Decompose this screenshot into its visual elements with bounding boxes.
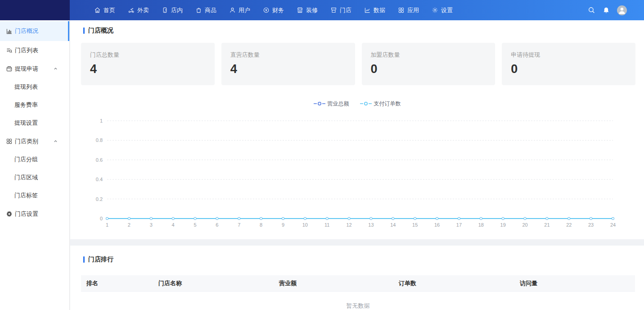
- nav-item-label: 外卖: [137, 6, 149, 14]
- svg-text:4: 4: [172, 222, 175, 228]
- stat-cards: 门店总数量 4 直营店数量 4 加盟店数量 0 申请待提现 0: [70, 43, 644, 85]
- bar-chart-icon: [6, 28, 13, 35]
- stat-card-value: 4: [90, 63, 206, 75]
- nav-item-label: 店内: [171, 6, 183, 14]
- search-icon[interactable]: [588, 6, 595, 14]
- svg-text:15: 15: [412, 222, 418, 228]
- bell-icon[interactable]: [603, 7, 610, 14]
- nav-item-goods[interactable]: 商品: [189, 0, 223, 20]
- stat-card-pending-withdraw: 申请待提现 0: [502, 43, 635, 85]
- sidebar-subitem-label: 服务费率: [14, 101, 38, 109]
- nav-item-label: 首页: [104, 6, 115, 14]
- data-icon: [364, 7, 371, 14]
- list-search-icon: [6, 47, 13, 54]
- stat-card-value: 4: [230, 63, 346, 75]
- chevron-up-icon: [54, 67, 58, 71]
- nav-item-store[interactable]: 门店: [324, 0, 358, 20]
- section-title-bar: [83, 27, 85, 34]
- sidebar-subitem-service-rate[interactable]: 服务费率: [0, 96, 69, 114]
- sidebar-item-label: 门店类别: [15, 137, 38, 146]
- sidebar-item-store-list[interactable]: 门店列表: [0, 41, 69, 59]
- sidebar-item-label: 门店列表: [15, 46, 38, 55]
- legend-marker-icon: [360, 101, 372, 106]
- svg-text:7: 7: [238, 222, 240, 228]
- topbar-right: [588, 5, 644, 15]
- nav-item-decorate[interactable]: 装修: [290, 0, 324, 20]
- chart-legend: 营业总额 支付订单数: [70, 100, 644, 107]
- svg-text:13: 13: [368, 222, 374, 228]
- ranking-table: 排名 门店名称 营业额 订单数 访问量 暂无数据: [81, 275, 635, 310]
- nav-item-label: 商品: [205, 6, 216, 14]
- svg-text:5: 5: [194, 222, 196, 228]
- column-header-orders: 订单数: [393, 279, 514, 287]
- nav-item-label: 设置: [441, 6, 453, 14]
- column-header-visits: 访问量: [514, 279, 635, 287]
- nav-item-takeout[interactable]: 外卖: [122, 0, 155, 20]
- sidebar: 门店概况 门店列表 提现申请 提现列表 服务费率 提现设置 门店类别 门店分组 …: [0, 20, 70, 310]
- nav-item-home[interactable]: 首页: [88, 0, 122, 20]
- stat-card-label: 直营店数量: [230, 51, 346, 59]
- top-navbar: 首页 外卖 店内 商品 用户 财务 装修 门店: [0, 0, 644, 20]
- gear-icon: [6, 210, 13, 217]
- svg-text:6: 6: [216, 222, 218, 228]
- nav-item-settings[interactable]: 设置: [425, 0, 459, 20]
- nav-item-user[interactable]: 用户: [223, 0, 257, 20]
- svg-text:11: 11: [324, 222, 329, 228]
- overview-panel: 门店概况 门店总数量 4 直营店数量 4 加盟店数量 0 申请待提现 0: [70, 20, 644, 239]
- nav-item-data[interactable]: 数据: [358, 0, 392, 20]
- sidebar-subitem-store-tag[interactable]: 门店标签: [0, 187, 69, 205]
- nav-item-apps[interactable]: 应用: [392, 0, 425, 20]
- settings-icon: [432, 7, 438, 14]
- svg-text:21: 21: [544, 222, 549, 228]
- sidebar-item-store-overview[interactable]: 门店概况: [0, 21, 69, 41]
- sidebar-subitem-label: 提现列表: [14, 83, 38, 91]
- stat-card-label: 门店总数量: [90, 51, 206, 59]
- stat-card-total-stores: 门店总数量 4: [81, 43, 215, 85]
- sidebar-item-store-settings[interactable]: 门店设置: [0, 205, 69, 223]
- takeout-icon: [128, 7, 135, 14]
- nav-item-instore[interactable]: 店内: [155, 0, 189, 20]
- svg-text:23: 23: [588, 222, 594, 228]
- legend-item-paid-orders[interactable]: 支付订单数: [360, 100, 401, 108]
- svg-text:20: 20: [522, 222, 527, 228]
- nav-item-label: 用户: [239, 6, 250, 14]
- section-title-overview: 门店概况: [70, 27, 644, 35]
- table-empty-state: 暂无数据: [81, 292, 635, 310]
- sidebar-subitem-store-region[interactable]: 门店区域: [0, 169, 69, 187]
- instore-icon: [162, 7, 168, 14]
- sidebar-subitem-withdraw-list[interactable]: 提现列表: [0, 78, 69, 96]
- nav-item-finance[interactable]: 财务: [257, 0, 290, 20]
- ranking-panel: 门店排行 排名 门店名称 营业额 订单数 访问量 暂无数据: [70, 246, 644, 310]
- svg-text:12: 12: [346, 222, 351, 228]
- sidebar-subitem-store-group[interactable]: 门店分组: [0, 150, 69, 169]
- stat-card-direct-stores: 直营店数量 4: [221, 43, 355, 85]
- sidebar-item-store-category[interactable]: 门店类别: [0, 132, 69, 150]
- logo-area: [0, 0, 70, 20]
- legend-label: 营业总额: [328, 100, 349, 108]
- column-header-store-name: 门店名称: [153, 279, 274, 287]
- stat-card-franchise-stores: 加盟店数量 0: [362, 43, 495, 85]
- stat-card-value: 0: [371, 63, 486, 75]
- section-title-bar: [83, 256, 85, 263]
- sidebar-subitem-label: 提现设置: [14, 119, 38, 127]
- legend-item-revenue[interactable]: 营业总额: [314, 100, 349, 108]
- svg-text:10: 10: [302, 222, 308, 228]
- user-avatar[interactable]: [617, 5, 627, 15]
- line-chart: 00.20.40.60.8112345678910111213141516171…: [70, 115, 644, 228]
- svg-text:1: 1: [100, 118, 103, 123]
- svg-text:14: 14: [390, 222, 396, 228]
- sidebar-item-label: 门店概况: [15, 27, 38, 35]
- svg-text:0.8: 0.8: [96, 137, 103, 143]
- stat-card-label: 申请待提现: [511, 51, 626, 59]
- wallet-icon: [6, 65, 13, 72]
- stat-card-value: 0: [511, 63, 626, 75]
- sidebar-subitem-withdraw-settings[interactable]: 提现设置: [0, 114, 69, 132]
- decorate-icon: [297, 7, 303, 14]
- sidebar-item-withdraw-request[interactable]: 提现申请: [0, 59, 69, 78]
- svg-text:16: 16: [434, 222, 440, 228]
- svg-text:22: 22: [566, 222, 572, 228]
- sidebar-item-label: 提现申请: [15, 65, 38, 73]
- svg-text:0.2: 0.2: [96, 196, 103, 202]
- apps-icon: [398, 7, 405, 14]
- section-title-text: 门店排行: [88, 255, 113, 264]
